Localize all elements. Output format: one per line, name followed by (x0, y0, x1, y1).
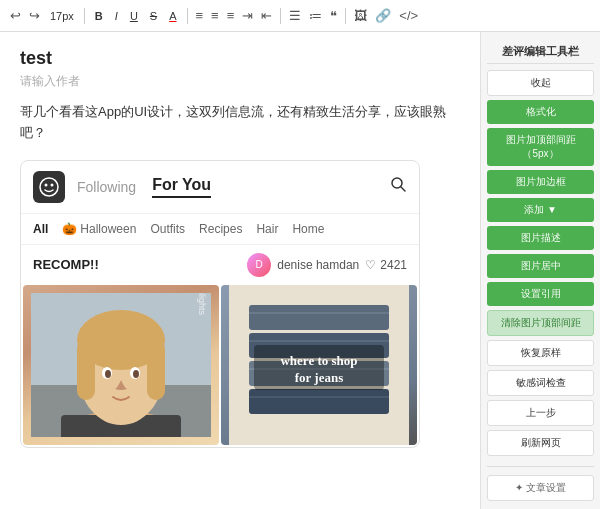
svg-point-2 (51, 183, 54, 186)
strikethrough-button[interactable]: S (146, 8, 161, 24)
sidebar-clear-margin-btn[interactable]: 清除图片顶部间距 (487, 310, 594, 336)
color-button[interactable]: A (165, 8, 180, 24)
align-left-icon[interactable]: ≡ (194, 8, 206, 23)
redo-icon[interactable]: ↪ (27, 8, 42, 23)
divider-2 (187, 8, 188, 24)
sidebar-add-btn[interactable]: 添加 ▼ (487, 198, 594, 222)
app-header: Following For You (21, 161, 419, 214)
nav-search-icon[interactable] (389, 175, 407, 198)
content-area: test 请输入作者 哥几个看看这App的UI设计，这双列信息流，还有精致生活分… (0, 32, 480, 509)
sidebar-format-btn[interactable]: 格式化 (487, 100, 594, 124)
indent-icon[interactable]: ⇥ (240, 8, 255, 23)
sidebar-sensitive-btn[interactable]: 敏感词检查 (487, 370, 594, 396)
cat-tab-home[interactable]: Home (292, 222, 324, 236)
post-description: 哥几个看看这App的UI设计，这双列信息流，还有精致生活分享，应该眼熟吧？ (20, 102, 460, 144)
cat-tab-hair[interactable]: Hair (256, 222, 278, 236)
image-card-left: fresh Haircut highlights (23, 285, 219, 445)
image-icon[interactable]: 🖼 (352, 8, 369, 23)
code-icon[interactable]: </> (397, 8, 420, 23)
bold-button[interactable]: B (91, 8, 107, 24)
person-illustration: fresh Haircut highlights (31, 293, 211, 437)
pumpkin-icon: 🎃 (62, 222, 77, 236)
likes-count: 2421 (380, 258, 407, 272)
logo-icon (39, 177, 59, 197)
align-right-icon[interactable]: ≡ (225, 8, 237, 23)
sidebar-img-top-margin-btn[interactable]: 图片加顶部间距（5px） (487, 128, 594, 166)
sidebar-img-desc-btn[interactable]: 图片描述 (487, 226, 594, 250)
app-nav: Following For You (77, 175, 407, 198)
right-image-bg: where to shop for jeans (221, 285, 417, 445)
list-icon[interactable]: ☰ (287, 8, 303, 23)
svg-line-4 (401, 187, 405, 191)
cat-tab-all[interactable]: All (33, 222, 48, 236)
avatar: D (247, 253, 271, 277)
category-tabs: All 🎃 Halloween Outfits Recipes Hair Hom… (21, 214, 419, 245)
svg-text:fresh Haircut highlights: fresh Haircut highlights (197, 293, 207, 315)
outdent-icon[interactable]: ⇤ (259, 8, 274, 23)
ordered-list-icon[interactable]: ≔ (307, 8, 324, 23)
main-area: test 请输入作者 哥几个看看这App的UI设计，这双列信息流，还有精致生活分… (0, 32, 600, 509)
sidebar-img-center-btn[interactable]: 图片居中 (487, 254, 594, 278)
undo-icon[interactable]: ↩ (8, 8, 23, 23)
svg-point-15 (105, 370, 111, 378)
italic-button[interactable]: I (111, 8, 122, 24)
post-user: D denise hamdan ♡ 2421 (247, 253, 407, 277)
quote-icon[interactable]: ❝ (328, 8, 339, 23)
sidebar-undo-btn[interactable]: 上一步 (487, 400, 594, 426)
link-icon[interactable]: 🔗 (373, 8, 393, 23)
svg-rect-11 (77, 340, 95, 400)
nav-for-you[interactable]: For You (152, 176, 211, 198)
cat-tab-outfits[interactable]: Outfits (150, 222, 185, 236)
cat-tab-halloween[interactable]: 🎃 Halloween (62, 222, 136, 236)
sidebar-collapse-btn[interactable]: 收起 (487, 70, 594, 96)
underline-button[interactable]: U (126, 8, 142, 24)
divider-4 (345, 8, 346, 24)
image-grid: fresh Haircut highlights (21, 285, 419, 447)
svg-point-0 (40, 178, 58, 196)
post-title: test (20, 48, 460, 69)
jeans-illustration: where to shop for jeans (229, 285, 409, 445)
right-sidebar: 差评编辑工具栏 收起 格式化 图片加顶部间距（5px） 图片加边框 添加 ▼ 图… (480, 32, 600, 509)
editor-toolbar: ↩ ↪ 17px B I U S A ≡ ≡ ≡ ⇥ ⇤ ☰ ≔ ❝ 🖼 🔗 <… (0, 0, 600, 32)
heart-icon: ♡ (365, 258, 376, 272)
sidebar-article-settings[interactable]: ✦ 文章设置 (487, 475, 594, 501)
left-image-bg: fresh Haircut highlights (23, 285, 219, 445)
user-name: denise hamdan (277, 258, 359, 272)
sidebar-restore-btn[interactable]: 恢复原样 (487, 340, 594, 366)
divider-1 (84, 8, 85, 24)
font-size[interactable]: 17px (46, 8, 78, 24)
post-subtitle: 请输入作者 (20, 73, 460, 90)
divider-3 (280, 8, 281, 24)
sidebar-refresh-btn[interactable]: 刷新网页 (487, 430, 594, 456)
svg-text:where to shop: where to shop (280, 353, 357, 368)
nav-following[interactable]: Following (77, 179, 136, 195)
svg-point-16 (133, 370, 139, 378)
app-logo (33, 171, 65, 203)
align-center-icon[interactable]: ≡ (209, 8, 221, 23)
post-header: RECOMP!! D denise hamdan ♡ 2421 (21, 245, 419, 285)
post-likes: ♡ 2421 (365, 258, 407, 272)
svg-rect-19 (249, 305, 389, 330)
svg-rect-12 (147, 340, 165, 400)
app-preview: Following For You All 🎃 Halloween (20, 160, 420, 448)
sidebar-title: 差评编辑工具栏 (487, 40, 594, 64)
image-card-right: where to shop for jeans (221, 285, 417, 445)
halloween-label: Halloween (80, 222, 136, 236)
svg-text:for jeans: for jeans (295, 370, 344, 385)
post-label: RECOMP!! (33, 257, 99, 272)
sidebar-img-border-btn[interactable]: 图片加边框 (487, 170, 594, 194)
svg-point-1 (45, 183, 48, 186)
sidebar-set-quote-btn[interactable]: 设置引用 (487, 282, 594, 306)
svg-rect-22 (249, 389, 389, 414)
cat-tab-recipes[interactable]: Recipes (199, 222, 242, 236)
